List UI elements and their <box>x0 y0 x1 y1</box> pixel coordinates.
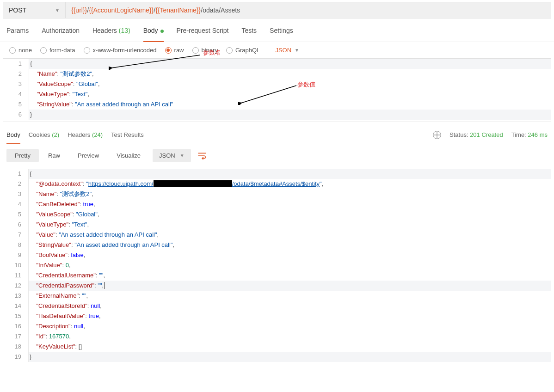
view-raw[interactable]: Raw <box>40 149 68 162</box>
resp-tab-headers[interactable]: Headers (24) <box>68 129 103 141</box>
tab-body[interactable]: Body <box>143 23 164 38</box>
method-label: POST <box>9 6 26 14</box>
request-body-editor[interactable]: 参数名 参数值 1{ 2 "Name": "测试参数2", 3 "ValueSc… <box>3 58 551 122</box>
url-input[interactable]: {{url}}/{{AccountLogicName}}/{{TenantNam… <box>66 2 551 18</box>
tab-params[interactable]: Params <box>6 23 29 38</box>
radio-selected-icon <box>165 47 172 54</box>
body-format-select[interactable]: JSON▼ <box>275 47 299 54</box>
bodytype-formdata[interactable]: form-data <box>40 47 75 54</box>
annotation-param-value: 参数值 <box>297 80 315 89</box>
redacted-icon <box>154 180 232 187</box>
bodytype-xwww[interactable]: x-www-form-urlencoded <box>84 47 157 54</box>
annotation-param-name: 参数名 <box>203 49 221 57</box>
resp-tab-body[interactable]: Body <box>6 129 20 141</box>
view-preview[interactable]: Preview <box>69 149 107 162</box>
radio-icon <box>9 47 16 54</box>
tab-prerequest[interactable]: Pre-request Script <box>177 23 229 38</box>
tab-authorization[interactable]: Authorization <box>42 23 80 38</box>
response-tabs: Body Cookies (2) Headers (24) Test Resul… <box>0 125 554 144</box>
tab-headers[interactable]: Headers (13) <box>92 23 130 38</box>
text-cursor-icon <box>104 282 105 289</box>
tab-settings[interactable]: Settings <box>270 23 293 38</box>
tab-tests[interactable]: Tests <box>241 23 257 38</box>
radio-icon <box>192 47 199 54</box>
resp-tab-cookies[interactable]: Cookies (2) <box>29 129 59 141</box>
resp-tab-testresults[interactable]: Test Results <box>111 129 144 141</box>
radio-icon <box>84 47 90 54</box>
radio-icon <box>226 47 233 54</box>
chevron-down-icon: ▼ <box>55 8 60 13</box>
response-body-editor[interactable]: 1{ 2 "@odata.context": "https://cloud.ui… <box>3 169 551 362</box>
view-visualize[interactable]: Visualize <box>108 149 149 162</box>
body-types-row: none form-data x-www-form-urlencoded raw… <box>0 42 554 58</box>
status-label: Status: 201 Created <box>449 131 503 138</box>
wrap-lines-icon[interactable] <box>197 152 207 159</box>
response-format-select[interactable]: JSON▼ <box>153 149 191 162</box>
response-view-bar: Pretty Raw Preview Visualize JSON▼ <box>0 144 554 167</box>
chevron-down-icon: ▼ <box>295 48 299 53</box>
radio-icon <box>40 47 47 54</box>
bodytype-raw[interactable]: raw <box>165 47 184 54</box>
bodytype-none[interactable]: none <box>9 47 32 54</box>
chevron-down-icon: ▼ <box>180 153 185 158</box>
bodytype-graphql[interactable]: GraphQL <box>226 47 260 54</box>
request-tabs: Params Authorization Headers (13) Body P… <box>0 23 554 42</box>
time-label: Time: 246 ms <box>511 131 548 138</box>
body-changed-dot-icon <box>160 30 164 33</box>
request-bar: POST ▼ {{url}}/{{AccountLogicName}}/{{Te… <box>3 2 551 18</box>
method-select[interactable]: POST ▼ <box>3 2 66 18</box>
globe-icon[interactable] <box>433 131 441 139</box>
view-pretty[interactable]: Pretty <box>6 149 39 162</box>
